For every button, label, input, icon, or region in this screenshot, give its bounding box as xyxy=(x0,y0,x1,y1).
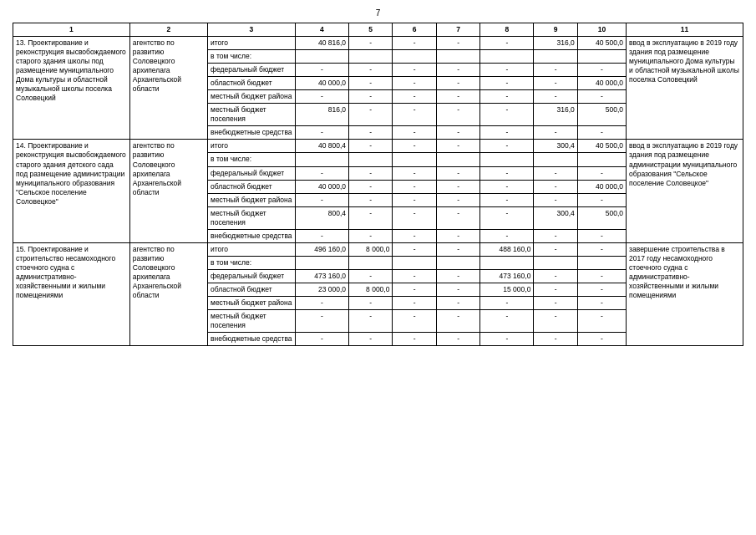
item3-subtype-5: местный бюджет поселения xyxy=(208,310,296,333)
item3-c5-6: - xyxy=(349,333,393,346)
item2-c9-2: - xyxy=(534,166,577,180)
item3-c8-3: 15 000,0 xyxy=(480,283,534,296)
item3-c9-3: - xyxy=(534,283,577,296)
item2-c5-2: - xyxy=(349,166,393,180)
item3-c10-6: - xyxy=(577,333,626,346)
item3-c7-4: - xyxy=(436,296,479,309)
item2-c10-4: - xyxy=(577,193,626,206)
item2-c7-4: - xyxy=(436,193,479,206)
item3-c5-2: - xyxy=(349,269,393,283)
item1-c5-6: - xyxy=(349,126,393,140)
item1-c5-2: - xyxy=(349,64,393,77)
item1-c8-3: - xyxy=(480,77,534,90)
item1-c6-4: - xyxy=(393,90,436,104)
item1-c7-5: - xyxy=(436,104,479,126)
item2-c5-5: - xyxy=(349,206,393,229)
item1-subtype-1: в том числе: xyxy=(208,50,296,64)
item1-executor: агентство по развитию Соловецкого архипе… xyxy=(129,37,207,140)
item1-subtype-4: местный бюджет района xyxy=(208,90,296,104)
item2-c8-5: - xyxy=(480,206,534,229)
item3-c9-4: - xyxy=(534,296,577,309)
item2-c6-6: - xyxy=(393,229,436,242)
item3-c9-2: - xyxy=(534,269,577,283)
item3-subtype-4: местный бюджет района xyxy=(208,296,296,309)
item3-subtype-2: федеральный бюджет xyxy=(208,269,296,283)
item2-c4-6: - xyxy=(295,229,348,242)
item2-c4-2: - xyxy=(295,166,348,180)
item1-c5-5: - xyxy=(349,104,393,126)
item3-subtype-3: областной бюджет xyxy=(208,283,296,296)
item1-c10-1 xyxy=(577,50,626,64)
item3-c10-5: - xyxy=(577,310,626,333)
item3-c5-4: - xyxy=(349,296,393,309)
item3-c5-5: - xyxy=(349,310,393,333)
item1-c8-5: - xyxy=(480,104,534,126)
item3-c4-5: - xyxy=(295,310,348,333)
item1-c4-6: - xyxy=(295,126,348,140)
item2-c7-6: - xyxy=(436,229,479,242)
item1-c4-5: 816,0 xyxy=(295,104,348,126)
item1-c4-2: - xyxy=(295,64,348,77)
item3-c8-2: 473 160,0 xyxy=(480,269,534,283)
item1-c4-0: 40 816,0 xyxy=(295,37,348,50)
item1-c5-3: - xyxy=(349,77,393,90)
item3-c4-2: 473 160,0 xyxy=(295,269,348,283)
item1-c8-4: - xyxy=(480,90,534,104)
item1-c9-4: - xyxy=(534,90,577,104)
item2-c9-1 xyxy=(534,153,577,166)
item3-c4-3: 23 000,0 xyxy=(295,283,348,296)
item3-c6-6: - xyxy=(393,333,436,346)
item2-c10-3: 40 000,0 xyxy=(577,180,626,193)
item3-subtype-1: в том числе: xyxy=(208,256,296,269)
item1-c7-3: - xyxy=(436,77,479,90)
item2-c9-3: - xyxy=(534,180,577,193)
item1-c5-1 xyxy=(349,50,393,64)
page: 7 1 2 3 4 5 6 7 8 9 10 11 13. Проектиров… xyxy=(0,0,756,535)
item2-subtype-2: федеральный бюджет xyxy=(208,166,296,180)
item2-subtype-4: местный бюджет района xyxy=(208,193,296,206)
item2-subtype-3: областной бюджет xyxy=(208,180,296,193)
item1-c9-1 xyxy=(534,50,577,64)
header-col5: 5 xyxy=(349,23,393,37)
item1-c8-2: - xyxy=(480,64,534,77)
header-col4: 4 xyxy=(295,23,348,37)
item2-c8-4: - xyxy=(480,193,534,206)
item2-c6-4: - xyxy=(393,193,436,206)
item1-c10-6: - xyxy=(577,126,626,140)
item2-result: ввод в эксплуатацию в 2019 году здания п… xyxy=(627,140,743,242)
item1-c8-6: - xyxy=(480,126,534,140)
item1-c6-3: - xyxy=(393,77,436,90)
item1-subtype-3: областной бюджет xyxy=(208,77,296,90)
item1-c9-2: - xyxy=(534,64,577,77)
item3-c10-0: - xyxy=(577,242,626,256)
item2-subtype-1: в том числе: xyxy=(208,153,296,166)
header-col8: 8 xyxy=(480,23,534,37)
item1-c5-4: - xyxy=(349,90,393,104)
item1-c9-3: - xyxy=(534,77,577,90)
item2-c8-1 xyxy=(480,153,534,166)
item2-c8-0: - xyxy=(480,140,534,153)
item1-c7-4: - xyxy=(436,90,479,104)
item2-c5-1 xyxy=(349,153,393,166)
item3-c6-1 xyxy=(393,256,436,269)
item1-c10-2: - xyxy=(577,64,626,77)
item2-c4-5: 800,4 xyxy=(295,206,348,229)
item2-c9-6: - xyxy=(534,229,577,242)
header-col7: 7 xyxy=(436,23,479,37)
item1-c6-0: - xyxy=(393,37,436,50)
item2-c10-2: - xyxy=(577,166,626,180)
item3-result: завершение строительства в 2017 году нес… xyxy=(627,242,743,345)
item3-c6-3: - xyxy=(393,283,436,296)
item3-c5-0: 8 000,0 xyxy=(349,242,393,256)
item3-c9-1 xyxy=(534,256,577,269)
item1-c10-0: 40 500,0 xyxy=(577,37,626,50)
item2-subtype-6: внебюджетные средства xyxy=(208,229,296,242)
item1-c6-2: - xyxy=(393,64,436,77)
item2-c10-0: 40 500,0 xyxy=(577,140,626,153)
main-table: 1 2 3 4 5 6 7 8 9 10 11 13. Проектирован… xyxy=(13,23,743,346)
item1-c8-0: - xyxy=(480,37,534,50)
item2-c4-0: 40 800,4 xyxy=(295,140,348,153)
item3-c5-1 xyxy=(349,256,393,269)
item3-c5-3: 8 000,0 xyxy=(349,283,393,296)
item3-subtype-0: итого xyxy=(208,242,296,256)
